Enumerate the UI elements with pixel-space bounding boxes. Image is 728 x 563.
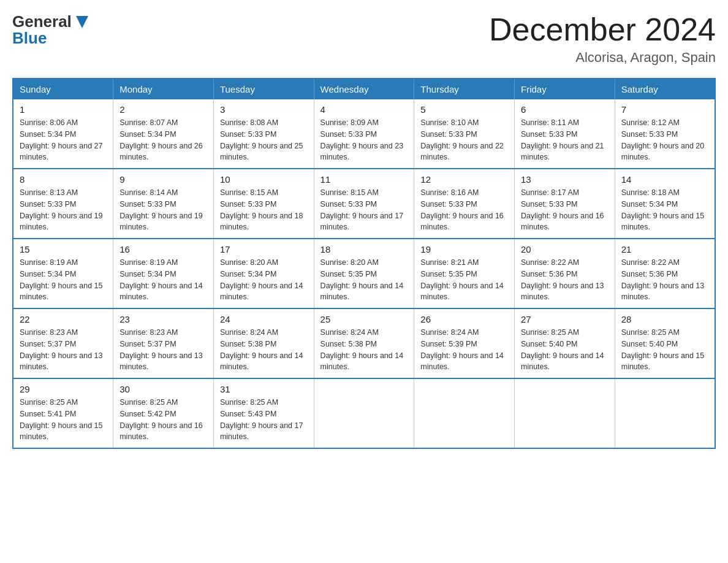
sunrise-label: Sunrise: 8:19 AM: [20, 258, 78, 267]
calendar-cell: 2 Sunrise: 8:07 AM Sunset: 5:34 PM Dayli…: [113, 99, 214, 169]
logo-triangle-icon: [74, 13, 91, 31]
sunset-label: Sunset: 5:35 PM: [320, 270, 377, 278]
day-info: Sunrise: 8:25 AM Sunset: 5:40 PM Dayligh…: [621, 327, 708, 373]
logo-blue-text: Blue: [12, 29, 47, 48]
sunset-label: Sunset: 5:33 PM: [521, 200, 577, 209]
calendar-cell: 20 Sunrise: 8:22 AM Sunset: 5:36 PM Dayl…: [515, 239, 615, 308]
day-info: Sunrise: 8:19 AM Sunset: 5:34 PM Dayligh…: [20, 257, 107, 303]
calendar-cell: 26 Sunrise: 8:24 AM Sunset: 5:39 PM Dayl…: [414, 308, 515, 378]
sunrise-label: Sunrise: 8:22 AM: [621, 258, 680, 267]
day-info: Sunrise: 8:11 AM Sunset: 5:33 PM Dayligh…: [521, 117, 609, 163]
day-info: Sunrise: 8:25 AM Sunset: 5:41 PM Dayligh…: [20, 397, 107, 443]
sunset-label: Sunset: 5:41 PM: [20, 410, 76, 418]
calendar-week-row: 8 Sunrise: 8:13 AM Sunset: 5:33 PM Dayli…: [13, 169, 715, 239]
calendar-cell: 25 Sunrise: 8:24 AM Sunset: 5:38 PM Dayl…: [314, 308, 414, 378]
sunrise-label: Sunrise: 8:19 AM: [119, 258, 178, 267]
sunrise-label: Sunrise: 8:13 AM: [20, 188, 78, 197]
location-subtitle: Alcorisa, Aragon, Spain: [489, 50, 716, 66]
sunset-label: Sunset: 5:34 PM: [20, 270, 76, 278]
calendar-cell: 16 Sunrise: 8:19 AM Sunset: 5:34 PM Dayl…: [113, 239, 214, 308]
daylight-label: Daylight: 9 hours and 13 minutes.: [119, 351, 203, 372]
sunrise-label: Sunrise: 8:20 AM: [220, 258, 278, 267]
calendar-cell: 7 Sunrise: 8:12 AM Sunset: 5:33 PM Dayli…: [615, 99, 715, 169]
sunset-label: Sunset: 5:42 PM: [119, 410, 176, 418]
calendar-cell: 29 Sunrise: 8:25 AM Sunset: 5:41 PM Dayl…: [13, 378, 113, 448]
sunset-label: Sunset: 5:33 PM: [20, 200, 76, 209]
calendar-week-row: 29 Sunrise: 8:25 AM Sunset: 5:41 PM Dayl…: [13, 378, 715, 448]
daylight-label: Daylight: 9 hours and 14 minutes.: [119, 282, 203, 302]
day-number: 18: [320, 244, 408, 255]
calendar-cell: 10 Sunrise: 8:15 AM Sunset: 5:33 PM Dayl…: [213, 169, 314, 239]
daylight-label: Daylight: 9 hours and 14 minutes.: [521, 351, 604, 372]
column-header-sunday: Sunday: [13, 79, 113, 99]
sunrise-label: Sunrise: 8:12 AM: [621, 118, 680, 127]
day-number: 28: [621, 314, 708, 324]
day-number: 27: [521, 314, 609, 324]
sunset-label: Sunset: 5:33 PM: [521, 130, 577, 139]
sunset-label: Sunset: 5:33 PM: [420, 130, 477, 139]
day-info: Sunrise: 8:06 AM Sunset: 5:34 PM Dayligh…: [20, 117, 107, 163]
sunrise-label: Sunrise: 8:18 AM: [621, 188, 680, 197]
sunrise-label: Sunrise: 8:23 AM: [119, 328, 178, 337]
day-number: 31: [220, 384, 308, 394]
calendar-cell: 24 Sunrise: 8:24 AM Sunset: 5:38 PM Dayl…: [213, 308, 314, 378]
day-info: Sunrise: 8:12 AM Sunset: 5:33 PM Dayligh…: [621, 117, 708, 163]
day-info: Sunrise: 8:14 AM Sunset: 5:33 PM Dayligh…: [119, 187, 207, 233]
sunset-label: Sunset: 5:40 PM: [621, 340, 678, 348]
daylight-label: Daylight: 9 hours and 16 minutes.: [420, 212, 504, 232]
sunrise-label: Sunrise: 8:07 AM: [119, 118, 178, 127]
day-number: 24: [220, 314, 308, 324]
day-number: 14: [621, 174, 708, 185]
day-number: 12: [420, 174, 508, 185]
day-info: Sunrise: 8:15 AM Sunset: 5:33 PM Dayligh…: [320, 187, 408, 233]
day-info: Sunrise: 8:16 AM Sunset: 5:33 PM Dayligh…: [420, 187, 508, 233]
day-number: 3: [220, 104, 308, 115]
sunset-label: Sunset: 5:34 PM: [220, 270, 276, 278]
sunset-label: Sunset: 5:39 PM: [420, 340, 477, 348]
sunset-label: Sunset: 5:38 PM: [320, 340, 377, 348]
sunrise-label: Sunrise: 8:24 AM: [220, 328, 278, 337]
daylight-label: Daylight: 9 hours and 23 minutes.: [320, 142, 404, 162]
logo: General Blue: [12, 12, 91, 48]
day-number: 23: [119, 314, 207, 324]
sunset-label: Sunset: 5:36 PM: [521, 270, 577, 278]
daylight-label: Daylight: 9 hours and 21 minutes.: [521, 142, 604, 162]
sunset-label: Sunset: 5:33 PM: [621, 130, 678, 139]
sunset-label: Sunset: 5:43 PM: [220, 410, 276, 418]
sunset-label: Sunset: 5:34 PM: [119, 130, 176, 139]
calendar-cell: [314, 378, 414, 448]
day-info: Sunrise: 8:22 AM Sunset: 5:36 PM Dayligh…: [621, 257, 708, 303]
day-number: 19: [420, 244, 508, 255]
sunrise-label: Sunrise: 8:22 AM: [521, 258, 579, 267]
calendar-header-row: SundayMondayTuesdayWednesdayThursdayFrid…: [13, 79, 715, 99]
column-header-thursday: Thursday: [414, 79, 515, 99]
sunset-label: Sunset: 5:34 PM: [621, 200, 678, 209]
day-info: Sunrise: 8:20 AM Sunset: 5:34 PM Dayligh…: [220, 257, 308, 303]
sunset-label: Sunset: 5:34 PM: [119, 270, 176, 278]
calendar-cell: [515, 378, 615, 448]
calendar-cell: [615, 378, 715, 448]
calendar-cell: 11 Sunrise: 8:15 AM Sunset: 5:33 PM Dayl…: [314, 169, 414, 239]
day-number: 17: [220, 244, 308, 255]
day-info: Sunrise: 8:13 AM Sunset: 5:33 PM Dayligh…: [20, 187, 107, 233]
daylight-label: Daylight: 9 hours and 15 minutes.: [20, 421, 103, 442]
calendar-week-row: 15 Sunrise: 8:19 AM Sunset: 5:34 PM Dayl…: [13, 239, 715, 308]
daylight-label: Daylight: 9 hours and 18 minutes.: [220, 212, 303, 232]
daylight-label: Daylight: 9 hours and 15 minutes.: [621, 212, 705, 232]
daylight-label: Daylight: 9 hours and 19 minutes.: [20, 212, 103, 232]
sunset-label: Sunset: 5:37 PM: [119, 340, 176, 348]
day-number: 25: [320, 314, 408, 324]
sunrise-label: Sunrise: 8:23 AM: [20, 328, 78, 337]
calendar-week-row: 22 Sunrise: 8:23 AM Sunset: 5:37 PM Dayl…: [13, 308, 715, 378]
sunrise-label: Sunrise: 8:21 AM: [420, 258, 479, 267]
daylight-label: Daylight: 9 hours and 17 minutes.: [220, 421, 303, 442]
daylight-label: Daylight: 9 hours and 14 minutes.: [320, 282, 404, 302]
daylight-label: Daylight: 9 hours and 16 minutes.: [119, 421, 203, 442]
calendar-cell: 14 Sunrise: 8:18 AM Sunset: 5:34 PM Dayl…: [615, 169, 715, 239]
title-block: December 2024 Alcorisa, Aragon, Spain: [489, 12, 716, 66]
calendar-cell: 30 Sunrise: 8:25 AM Sunset: 5:42 PM Dayl…: [113, 378, 214, 448]
month-title: December 2024: [489, 12, 716, 47]
sunrise-label: Sunrise: 8:14 AM: [119, 188, 178, 197]
day-number: 11: [320, 174, 408, 185]
day-info: Sunrise: 8:07 AM Sunset: 5:34 PM Dayligh…: [119, 117, 207, 163]
